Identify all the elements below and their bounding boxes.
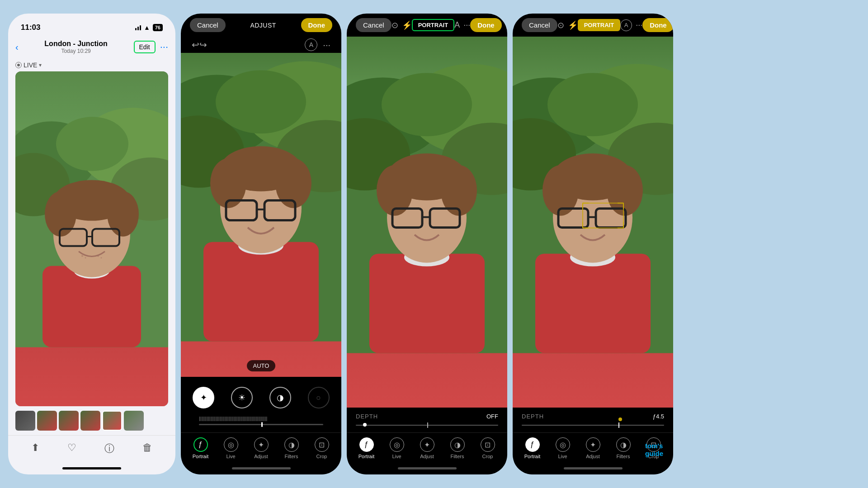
status-icons: ▲ 76 [135,24,163,31]
top-icons-right-4: A ··· [620,19,642,31]
back-button[interactable]: ‹ [15,42,19,52]
share-button[interactable]: ⬆ [31,442,39,455]
cancel-button-4[interactable]: Cancel [522,18,557,32]
edit-photo-4 [513,37,673,408]
home-indicator-3 [347,462,507,474]
portrait-tab-icon-3: ƒ [359,437,374,452]
edit-photo-svg-2 [181,53,341,377]
cancel-button-3[interactable]: Cancel [356,18,392,32]
portrait-tab-label-3: Portrait [359,454,374,459]
info-button[interactable]: ⓘ [104,442,114,455]
signal-bars-icon [135,25,141,30]
tab-live-3[interactable]: ◎ Live [385,437,409,459]
cancel-button-2[interactable]: Cancel [190,18,226,32]
tab-filters-2[interactable]: ◑ Filters [280,437,303,459]
adjust-slider[interactable]: ||||||||||||||||||||||||||||||||||||||||… [190,416,332,429]
tab-portrait-3[interactable]: ƒ Portrait [355,437,378,459]
contrast-button[interactable]: ◑ [269,387,291,408]
edit-button[interactable]: Edit [134,41,156,53]
ai-icon-4[interactable]: A [620,19,632,31]
depth-slider-4[interactable] [513,422,673,432]
tab-adjust-4[interactable]: ✦ Adjust [581,437,605,459]
adjust-controls: ✦ ☀ ◑ ○ ||||||||||||||||||||||||||||||||… [181,377,341,432]
signal-bar-3 [140,25,141,30]
adjust-tools-row: ✦ ☀ ◑ ○ [190,383,332,412]
main-photo [15,71,168,406]
thumbnail-2[interactable] [37,411,57,431]
live-tab-label-2: Live [226,454,235,459]
svg-rect-26 [203,242,319,342]
redo-icon[interactable]: ↪ [199,39,207,50]
filters-tab-label-3: Filters [451,454,464,459]
favorite-button[interactable]: ♡ [67,442,76,455]
tab-filters-3[interactable]: ◑ Filters [446,437,469,459]
bottom-tabs-3: ƒ Portrait ◎ Live ✦ Adjust ◑ Filters ⊡ [347,432,507,462]
depth-bar-row-4: DEPTH ƒ4.5 [513,408,673,422]
svg-point-23 [216,70,306,134]
tab-crop-3[interactable]: ⊡ Crop [476,437,500,459]
crop-tab-icon-3: ⊡ [481,437,495,452]
tab-adjust-2[interactable]: ✦ Adjust [250,437,273,459]
panel-edit-adjust: Cancel ADJUST Done ↩ ↪ A ··· [181,14,341,474]
svg-point-55 [547,73,638,136]
home-indicator-4 [513,462,673,474]
bolt-icon-4[interactable]: ⚡ [568,20,578,30]
more-icon-4[interactable]: ··· [636,20,642,30]
magic-wand-button[interactable]: ✦ [193,387,214,408]
tab-live-2[interactable]: ◎ Live [219,437,243,459]
more-icon-3[interactable]: ··· [463,20,470,30]
bolt-icon-3[interactable]: ⚡ [402,20,412,30]
extra-circle[interactable]: ○ [308,387,330,408]
depth-controls-3: DEPTH OFF [347,408,507,432]
thumbnail-1[interactable] [15,411,35,431]
done-button-3[interactable]: Done [470,18,502,32]
delete-button[interactable]: 🗑 [142,442,152,455]
more-icon-2[interactable]: ··· [323,40,330,50]
tab-live-4[interactable]: ◎ Live [551,437,575,459]
filters-tab-icon-2: ◑ [284,437,299,452]
live-tab-label-3: Live [392,454,401,459]
tab-crop-2[interactable]: ⊡ Crop [310,437,334,459]
edit-photo-svg-3 [347,37,507,408]
thumbnail-5-active[interactable] [102,411,122,431]
adjust-tab-label-2: Adjust [254,454,268,459]
tool-icons-2: ↩ ↪ A ··· [181,37,341,53]
undo-icon[interactable]: ↩ [192,39,199,50]
done-button-4[interactable]: Done [642,18,673,32]
home-bar [62,467,121,469]
edit-top-bar-3: Cancel ⊙ ⚡ PORTRAIT A ··· Done [347,14,507,37]
portrait-badge-4[interactable]: PORTRAIT [578,19,620,31]
tab-filters-4[interactable]: ◑ Filters [612,437,635,459]
tab-adjust-3[interactable]: ✦ Adjust [415,437,439,459]
live-tab-icon-4: ◎ [556,437,570,452]
circle-icon-3[interactable]: ⊙ [392,20,398,30]
ai-icon-2[interactable]: A [305,38,317,51]
live-label: LIVE [24,61,37,69]
tab-portrait-2[interactable]: ƒ Portrait [189,437,212,459]
adjust-label: ADJUST [250,22,276,29]
circle-icon-4[interactable]: ⊙ [557,20,564,30]
ai-icon-3[interactable]: A [454,20,460,30]
more-button[interactable]: ··· [160,41,168,53]
tab-portrait-4[interactable]: ƒ Portrait [521,437,544,459]
done-button-2[interactable]: Done [301,18,333,32]
depth-slider-3[interactable] [347,422,507,432]
edit-top-bar-2: Cancel ADJUST Done [181,14,341,37]
adjust-tab-icon-4: ✦ [586,437,600,452]
thumbnail-4[interactable] [80,411,100,431]
adjust-tab-label-3: Adjust [420,454,434,459]
thumbnail-3[interactable] [59,411,79,431]
live-badge[interactable]: LIVE ▾ [8,59,175,71]
slider-center-tick-3 [427,422,428,428]
signal-bar-1 [135,28,137,30]
portrait-tab-label-4: Portrait [524,454,540,459]
filters-tab-label-4: Filters [617,454,630,459]
home-bar-4 [564,467,623,469]
edit-photo-svg-4 [513,37,673,408]
top-icons-right-3: A ··· [454,20,470,30]
portrait-badge-3[interactable]: PORTRAIT [412,19,454,31]
nav-actions: Edit ··· [134,41,168,53]
slider-dot-3 [363,423,367,427]
thumbnail-6[interactable] [124,411,144,431]
sun-button[interactable]: ☀ [231,387,253,408]
